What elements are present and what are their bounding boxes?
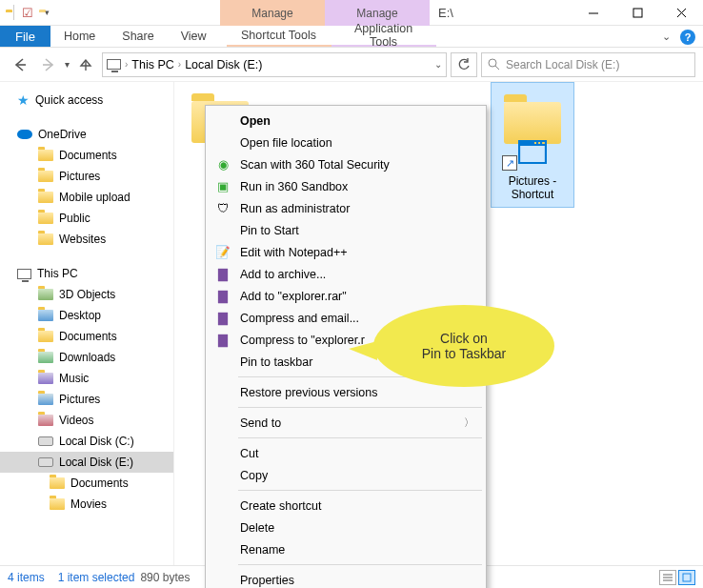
address-bar[interactable]: › This PC › Local Disk (E:) ⌄ [102, 52, 447, 77]
address-dropdown-icon[interactable]: ⌄ [434, 59, 442, 70]
refresh-icon [457, 58, 471, 71]
back-button[interactable] [8, 51, 32, 78]
help-icon[interactable]: ? [680, 30, 695, 45]
up-button[interactable] [73, 51, 98, 78]
properties-icon[interactable]: ☑ [22, 6, 33, 20]
view-large-icons-button[interactable] [678, 570, 695, 585]
ctx-create-shortcut[interactable]: Create shortcut [208, 495, 484, 517]
sidebar-this-pc[interactable]: This PC [0, 263, 173, 284]
sidebar-item[interactable]: Pictures [0, 389, 173, 410]
ctx-edit-notepadpp[interactable]: 📝Edit with Notepad++ [208, 241, 484, 263]
sidebar-item[interactable]: Public [0, 208, 173, 229]
sidebar-item[interactable]: Documents [0, 145, 173, 166]
file-label: Pictures - Shortcut [493, 174, 572, 201]
shield-green-icon: ◉ [215, 157, 231, 172]
recent-locations-icon[interactable]: ▾ [65, 59, 70, 70]
folder-icon [38, 352, 53, 363]
svg-point-7 [489, 59, 496, 67]
sidebar-item[interactable]: Mobile upload [0, 187, 173, 208]
ctx-open-file-location[interactable]: Open file location [208, 132, 484, 153]
shortcut-overlay-icon: ↗ [502, 155, 517, 171]
ribbon: File Home Share View Shortcut Tools Appl… [0, 26, 703, 48]
tab-home[interactable]: Home [50, 26, 109, 47]
folder-icon [38, 289, 53, 300]
forward-button[interactable] [36, 51, 61, 78]
sidebar-item[interactable]: Pictures [0, 166, 173, 187]
sidebar-item[interactable]: Downloads [0, 347, 173, 368]
minimize-icon [588, 8, 599, 19]
sidebar-item[interactable]: Websites [0, 229, 173, 250]
status-item-count: 4 items [8, 571, 45, 584]
ctx-run-as-admin[interactable]: 🛡Run as administrator [208, 197, 484, 219]
ctx-delete[interactable]: Delete [208, 517, 484, 538]
ctx-add-to-archive[interactable]: ▇Add to archive... [208, 263, 484, 285]
ctx-rename[interactable]: Rename [208, 538, 484, 560]
refresh-button[interactable] [451, 52, 477, 77]
ctx-send-to[interactable]: Send to〉 [208, 412, 484, 434]
folder-icon [38, 150, 53, 161]
file-item-pictures-shortcut[interactable]: 🗔 ↗ Pictures - Shortcut [491, 82, 574, 208]
breadcrumb-this-pc[interactable]: This PC [131, 58, 173, 71]
expand-ribbon-icon[interactable]: ⌄ [662, 30, 671, 43]
details-view-icon [663, 573, 673, 582]
view-details-button[interactable] [659, 570, 676, 585]
folder-icon [38, 213, 53, 224]
arrow-right-icon [40, 56, 57, 73]
status-selected-count: 1 item selected [58, 571, 135, 584]
svg-line-8 [495, 66, 499, 70]
status-size: 890 bytes [140, 571, 190, 584]
sidebar-local-disk-e[interactable]: Local Disk (E:) [0, 452, 173, 473]
sidebar-onedrive[interactable]: OneDrive [0, 124, 173, 145]
tab-view[interactable]: View [168, 26, 220, 47]
window-title: E:\ [438, 0, 453, 26]
sidebar-item[interactable]: Desktop [0, 305, 173, 326]
pc-icon [107, 59, 121, 70]
sidebar-local-disk-c[interactable]: Local Disk (C:) [0, 431, 173, 452]
minimize-button[interactable] [572, 0, 615, 26]
contextual-tab-shortcut[interactable]: Manage [220, 0, 325, 26]
winrar-icon: ▇ [215, 267, 231, 282]
sidebar-item[interactable]: Videos [0, 410, 173, 431]
ctx-open[interactable]: Open [208, 110, 484, 132]
ctx-pin-to-start[interactable]: Pin to Start [208, 219, 484, 241]
folder-icon [38, 394, 53, 405]
sidebar-item[interactable]: Movies [0, 494, 173, 515]
ctx-add-to-explorer-rar[interactable]: ▇Add to "explorer.rar" [208, 285, 484, 307]
svg-rect-12 [683, 574, 691, 581]
sidebar-quick-access[interactable]: ★Quick access [0, 90, 173, 111]
icons-view-icon [682, 573, 692, 582]
ctx-cut[interactable]: Cut [208, 442, 484, 464]
ctx-copy[interactable]: Copy [208, 464, 484, 486]
winrar-icon: ▇ [215, 333, 231, 348]
search-box[interactable]: Search Local Disk (E:) [481, 52, 695, 77]
svg-rect-1 [633, 9, 642, 17]
breadcrumb-drive[interactable]: Local Disk (E:) [185, 58, 262, 71]
onedrive-icon [17, 130, 32, 139]
explorer-icon: 🗔 [516, 136, 549, 169]
sandbox-icon: ▣ [215, 179, 231, 194]
ctx-run-360-sandbox[interactable]: ▣Run in 360 Sandbox [208, 175, 484, 197]
navigation-bar: ▾ › This PC › Local Disk (E:) ⌄ Search L… [0, 48, 703, 82]
maximize-button[interactable] [615, 0, 659, 26]
tab-file[interactable]: File [0, 26, 50, 47]
close-icon [676, 8, 687, 18]
folder-icon [50, 498, 65, 510]
ctx-scan-360[interactable]: ◉Scan with 360 Total Security [208, 153, 484, 175]
tab-share[interactable]: Share [109, 26, 167, 47]
callout-line1: Click on [422, 331, 506, 346]
quick-access-toolbar: ☑ ▾ [0, 5, 55, 20]
maximize-icon [633, 8, 643, 18]
sidebar-item[interactable]: Documents [0, 473, 173, 494]
shield-uac-icon: 🛡 [215, 201, 231, 216]
sidebar-item[interactable]: Music [0, 368, 173, 389]
tab-application-tools[interactable]: Application Tools [331, 26, 436, 47]
sidebar-item[interactable]: Documents [0, 326, 173, 347]
close-button[interactable] [659, 0, 703, 26]
tab-shortcut-tools[interactable]: Shortcut Tools [227, 26, 331, 47]
notepadpp-icon: 📝 [215, 245, 231, 260]
pc-icon [17, 269, 31, 279]
sidebar-item[interactable]: 3D Objects [0, 284, 173, 305]
disk-icon [38, 457, 53, 467]
ctx-properties[interactable]: Properties [208, 569, 484, 588]
search-icon [488, 58, 500, 71]
